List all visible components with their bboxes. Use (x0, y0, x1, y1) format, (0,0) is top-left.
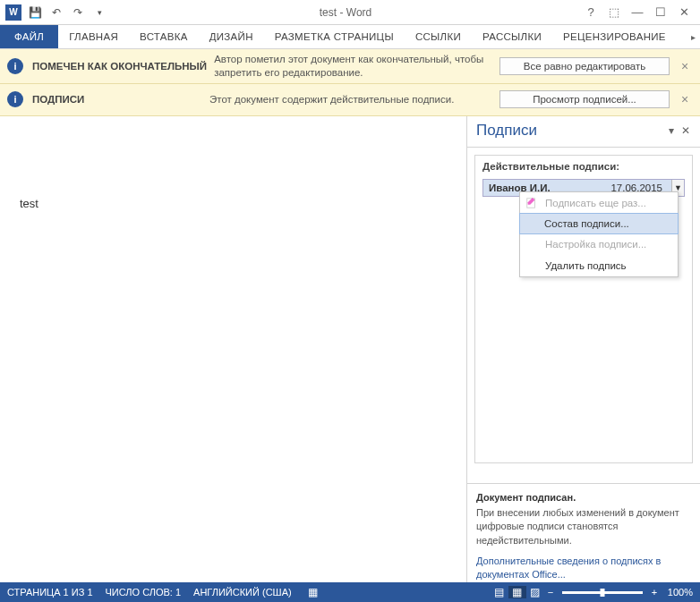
tab-file[interactable]: ФАЙЛ (0, 25, 58, 48)
minimize-icon[interactable]: — (628, 4, 646, 21)
info-icon: i (7, 58, 23, 74)
title-bar: W 💾 ↶ ↷ ▾ test - Word ? ⬚ — ☐ ✕ (0, 0, 700, 25)
status-language[interactable]: АНГЛИЙСКИЙ (США) (193, 587, 292, 598)
tab-design[interactable]: ДИЗАЙН (199, 25, 264, 48)
info-icon: i (7, 91, 23, 107)
pane-footer-link[interactable]: Дополнительные сведения о подписях в док… (476, 555, 691, 582)
pane-footer-text: При внесении любых изменений в документ … (476, 507, 679, 546)
zoom-slider[interactable] (562, 591, 643, 594)
messagebar-sig-text: Этот документ содержит действительные по… (202, 93, 499, 106)
zoom-out-button[interactable]: − (544, 587, 557, 598)
ribbon-scroll-right-icon[interactable]: ▸ (686, 25, 700, 48)
view-read-icon[interactable]: ▤ (491, 586, 508, 598)
document-text: test (20, 197, 38, 210)
document-canvas[interactable]: test (0, 116, 467, 589)
tab-home[interactable]: ГЛАВНАЯ (58, 25, 129, 48)
messagebar-final-text: Автор пометил этот документ как окончате… (207, 53, 499, 80)
save-icon[interactable]: 💾 (25, 3, 45, 22)
status-page[interactable]: СТРАНИЦА 1 ИЗ 1 (7, 587, 93, 598)
messagebar-signatures: i ПОДПИСИ Этот документ содержит действи… (0, 84, 700, 116)
tab-mailings[interactable]: РАССЫЛКИ (472, 25, 552, 48)
menu-sign-again: Подписать еще раз... (520, 192, 678, 214)
status-word-count[interactable]: ЧИСЛО СЛОВ: 1 (106, 587, 182, 598)
tab-review[interactable]: РЕЦЕНЗИРОВАНИЕ (552, 25, 677, 48)
messagebar-final-close-icon[interactable]: × (677, 59, 693, 73)
maximize-icon[interactable]: ☐ (652, 4, 670, 21)
undo-icon[interactable]: ↶ (47, 3, 66, 22)
main-area: test Подписи ▾ ✕ Действительные подписи:… (0, 116, 700, 589)
ribbon-display-icon[interactable]: ⬚ (605, 4, 623, 21)
help-icon[interactable]: ? (582, 4, 600, 21)
messagebar-final-title: ПОМЕЧЕН КАК ОКОНЧАТЕЛЬНЫЙ (32, 61, 207, 72)
sign-again-icon (525, 197, 538, 209)
pane-close-icon[interactable]: ✕ (679, 124, 693, 137)
menu-signature-setup: Настройка подписи... (520, 233, 678, 255)
valid-signatures-heading: Действительные подписи: (482, 161, 685, 172)
view-signatures-button[interactable]: Просмотр подписей... (499, 90, 670, 108)
redo-icon[interactable]: ↷ (68, 3, 88, 22)
status-macro-icon[interactable]: ▦ (304, 586, 322, 598)
zoom-level[interactable]: 100% (668, 587, 693, 598)
close-icon[interactable]: ✕ (675, 4, 693, 21)
pane-footer-title: Документ подписан. (476, 491, 691, 504)
messagebar-sig-title: ПОДПИСИ (32, 94, 202, 105)
tab-references[interactable]: ССЫЛКИ (405, 25, 472, 48)
view-print-icon[interactable]: ▦ (508, 586, 526, 598)
pane-header: Подписи ▾ ✕ (467, 116, 700, 148)
pane-menu-icon[interactable]: ▾ (664, 124, 679, 137)
word-app-icon: W (5, 4, 21, 21)
messagebar-sig-close-icon[interactable]: × (677, 92, 693, 106)
tab-layout[interactable]: РАЗМЕТКА СТРАНИЦЫ (264, 25, 405, 48)
status-bar: СТРАНИЦА 1 ИЗ 1 ЧИСЛО СЛОВ: 1 АНГЛИЙСКИЙ… (0, 582, 700, 602)
edit-anyway-button[interactable]: Все равно редактировать (499, 57, 670, 75)
ribbon-tabs: ФАЙЛ ГЛАВНАЯ ВСТАВКА ДИЗАЙН РАЗМЕТКА СТР… (0, 25, 700, 49)
pane-title: Подписи (476, 122, 664, 140)
zoom-thumb[interactable] (600, 589, 604, 597)
pane-footer: Документ подписан. При внесении любых из… (467, 483, 700, 589)
menu-remove-signature[interactable]: Удалить подпись (520, 255, 678, 276)
qat-customize-icon[interactable]: ▾ (90, 3, 109, 22)
menu-signature-details[interactable]: Состав подписи... (519, 213, 679, 234)
quick-access-toolbar: 💾 ↶ ↷ ▾ (25, 3, 109, 22)
messagebar-final: i ПОМЕЧЕН КАК ОКОНЧАТЕЛЬНЫЙ Автор помети… (0, 49, 700, 84)
window-title: test - Word (109, 6, 582, 19)
window-controls: ? ⬚ — ☐ ✕ (582, 4, 700, 21)
pane-body: Действительные подписи: Иванов И.И. 17.0… (467, 148, 700, 483)
tab-insert[interactable]: ВСТАВКА (129, 25, 199, 48)
view-web-icon[interactable]: ▨ (526, 586, 544, 598)
zoom-in-button[interactable]: + (648, 587, 661, 598)
signatures-pane: Подписи ▾ ✕ Действительные подписи: Иван… (467, 116, 700, 589)
signature-context-menu: Подписать еще раз... Состав подписи... Н… (519, 191, 679, 277)
